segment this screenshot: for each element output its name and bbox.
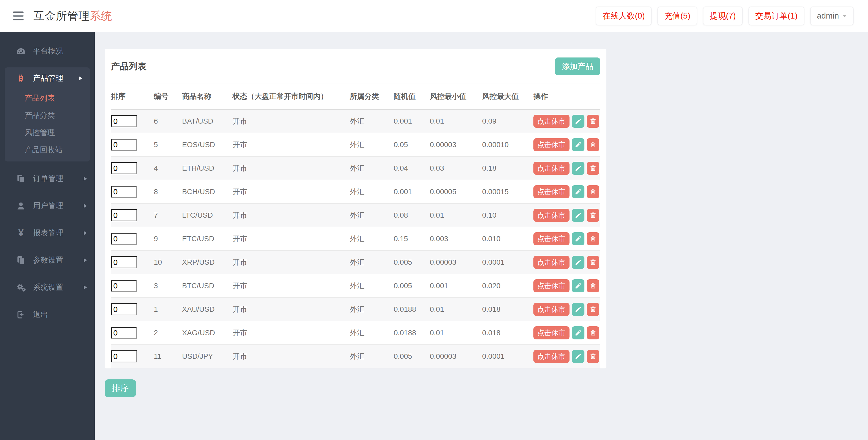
sort-input[interactable] <box>111 280 137 292</box>
trash-icon <box>589 188 597 196</box>
delete-button[interactable] <box>587 303 599 316</box>
close-market-button[interactable]: 点击休市 <box>533 185 569 198</box>
cell-product-name: BAT/USD <box>182 109 232 133</box>
edit-button[interactable] <box>572 232 584 245</box>
sidebar-item-product-recycle-bin[interactable]: 产品回收站 <box>5 141 90 158</box>
delete-button[interactable] <box>587 350 599 363</box>
sidebar-item-label: 用户管理 <box>33 201 63 211</box>
edit-button[interactable] <box>572 326 584 339</box>
cell-risk-min: 0.01 <box>430 298 482 321</box>
cell-id: 2 <box>154 321 182 345</box>
cell-risk-max: 0.00010 <box>482 133 533 157</box>
sidebar-item-order-management[interactable]: 订单管理 <box>0 168 95 190</box>
edit-button[interactable] <box>572 303 584 316</box>
sort-input[interactable] <box>111 350 137 362</box>
menu-toggle-icon[interactable] <box>13 11 24 21</box>
close-market-button[interactable]: 点击休市 <box>533 209 569 222</box>
cell-category: 外汇 <box>350 345 394 368</box>
sort-input[interactable] <box>111 209 137 221</box>
edit-button[interactable] <box>572 115 584 128</box>
delete-button[interactable] <box>587 209 599 222</box>
sidebar-item-logout[interactable]: 退出 <box>0 304 95 326</box>
row-actions: 点击休市 <box>533 303 600 316</box>
cell-product-name: LTC/USD <box>182 204 232 227</box>
edit-button[interactable] <box>572 138 584 151</box>
sort-input[interactable] <box>111 233 137 245</box>
cell-id: 7 <box>154 204 182 227</box>
delete-button[interactable] <box>587 185 599 198</box>
close-market-button[interactable]: 点击休市 <box>533 232 569 245</box>
add-product-button[interactable]: 添加产品 <box>555 58 600 75</box>
delete-button[interactable] <box>587 162 599 175</box>
recharge-button[interactable]: 充值(5) <box>657 6 697 25</box>
edit-button[interactable] <box>572 162 584 175</box>
sidebar-item-overview[interactable]: 平台概况 <box>0 40 95 62</box>
column-header-random: 随机值 <box>394 84 430 109</box>
main-content: 产品列表 添加产品 排序 编号 商品名称 状态（大盘正常开市时间内） 所属分类 <box>95 32 868 440</box>
column-header-category: 所属分类 <box>350 84 394 109</box>
pencil-icon <box>575 212 582 219</box>
close-market-button[interactable]: 点击休市 <box>533 162 569 175</box>
sidebar-item-user-management[interactable]: 用户管理 <box>0 195 95 217</box>
edit-button[interactable] <box>572 209 584 222</box>
cell-risk-max: 0.00015 <box>482 180 533 204</box>
edit-button[interactable] <box>572 279 584 292</box>
delete-button[interactable] <box>587 138 599 151</box>
cell-id: 6 <box>154 109 182 133</box>
sort-input[interactable] <box>111 327 137 339</box>
cell-category: 外汇 <box>350 109 394 133</box>
sort-input[interactable] <box>111 303 137 315</box>
sort-input[interactable] <box>111 115 137 127</box>
delete-button[interactable] <box>587 256 599 269</box>
sort-input[interactable] <box>111 139 137 151</box>
table-row: 8 BCH/USD 开市 外汇 0.001 0.00005 0.00015 点击… <box>111 180 600 204</box>
sidebar-item-product-category[interactable]: 产品分类 <box>5 107 90 124</box>
cell-random-value: 0.001 <box>394 109 430 133</box>
delete-button[interactable] <box>587 279 599 292</box>
table-row: 4 ETH/USD 开市 外汇 0.04 0.03 0.18 点击休市 <box>111 157 600 180</box>
cell-category: 外汇 <box>350 157 394 180</box>
pencil-icon <box>575 235 582 242</box>
cell-risk-max: 0.020 <box>482 274 533 298</box>
sidebar-item-parameter-settings[interactable]: 参数设置 <box>0 249 95 271</box>
close-market-button[interactable]: 点击休市 <box>533 138 569 151</box>
cell-category: 外汇 <box>350 133 394 157</box>
chevron-right-icon <box>84 204 87 208</box>
close-market-button[interactable]: 点击休市 <box>533 279 569 292</box>
trade-orders-button[interactable]: 交易订单(1) <box>748 6 804 25</box>
sidebar-item-risk-management[interactable]: 风控管理 <box>5 124 90 141</box>
edit-button[interactable] <box>572 350 584 363</box>
delete-button[interactable] <box>587 326 599 339</box>
close-market-button[interactable]: 点击休市 <box>533 256 569 269</box>
withdraw-button[interactable]: 提现(7) <box>703 6 743 25</box>
trash-icon <box>589 235 597 242</box>
edit-button[interactable] <box>572 256 584 269</box>
sort-submit-button[interactable]: 排序 <box>105 379 136 397</box>
sort-input[interactable] <box>111 162 137 174</box>
admin-menu-button[interactable]: admin <box>810 6 854 25</box>
sort-input[interactable] <box>111 256 137 268</box>
delete-button[interactable] <box>587 232 599 245</box>
trash-icon <box>589 353 597 360</box>
online-users-button[interactable]: 在线人数(0) <box>596 6 652 25</box>
sidebar-item-product-list[interactable]: 产品列表 <box>5 89 90 107</box>
pencil-icon <box>575 259 582 266</box>
sidebar-item-product-management[interactable]: B 产品管理 <box>5 67 90 89</box>
column-header-id: 编号 <box>154 84 182 109</box>
edit-button[interactable] <box>572 185 584 198</box>
sidebar-item-report-management[interactable]: ¥ 报表管理 <box>0 222 95 244</box>
close-market-button[interactable]: 点击休市 <box>533 326 569 339</box>
close-market-button[interactable]: 点击休市 <box>533 350 569 363</box>
row-actions: 点击休市 <box>533 279 600 292</box>
row-actions: 点击休市 <box>533 209 600 222</box>
sidebar-item-system-settings[interactable]: 系统设置 <box>0 276 95 298</box>
trash-icon <box>589 282 597 290</box>
cell-category: 外汇 <box>350 180 394 204</box>
cell-random-value: 0.08 <box>394 204 430 227</box>
cell-status: 开市 <box>232 274 350 298</box>
sort-input[interactable] <box>111 186 137 198</box>
delete-button[interactable] <box>587 115 599 128</box>
column-header-name: 商品名称 <box>182 84 232 109</box>
close-market-button[interactable]: 点击休市 <box>533 115 569 128</box>
close-market-button[interactable]: 点击休市 <box>533 303 569 316</box>
